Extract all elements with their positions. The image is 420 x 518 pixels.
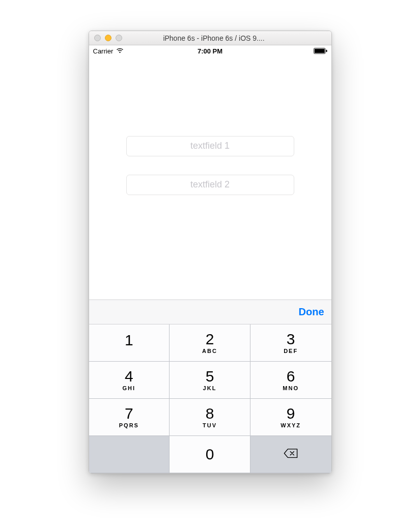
keypad-empty <box>89 436 170 473</box>
keypad-letters: GHI <box>123 385 136 391</box>
window-titlebar: iPhone 6s - iPhone 6s / iOS 9.... <box>89 31 331 45</box>
simulator-window: iPhone 6s - iPhone 6s / iOS 9.... Carrie… <box>89 31 332 474</box>
close-window-button[interactable] <box>94 35 101 41</box>
textfield-2[interactable] <box>126 175 294 195</box>
keypad-letters: DEF <box>284 348 298 354</box>
keypad-digit: 9 <box>287 406 295 421</box>
keypad-key-2[interactable]: 2 ABC <box>170 324 250 362</box>
clock-label: 7:00 PM <box>89 47 331 55</box>
ios-screen: Carrier 7:00 PM <box>89 45 331 473</box>
keypad-key-8[interactable]: 8 TUV <box>170 399 250 436</box>
keypad-digit: 1 <box>125 333 133 348</box>
keypad-digit: 6 <box>287 369 295 384</box>
keypad-key-3[interactable]: 3 DEF <box>250 324 331 362</box>
backspace-icon <box>284 448 298 460</box>
keypad-digit: 5 <box>206 369 214 384</box>
keypad-letters: TUV <box>203 422 217 428</box>
keypad-key-9[interactable]: 9 WXYZ <box>250 399 331 436</box>
textfield-1[interactable] <box>126 136 294 156</box>
keypad-letters: JKL <box>203 385 217 391</box>
done-button[interactable]: Done <box>299 306 324 318</box>
status-bar: Carrier 7:00 PM <box>89 45 331 57</box>
keypad-letters: WXYZ <box>281 422 301 428</box>
keypad-letters: MNO <box>283 385 299 391</box>
keypad-digit: 7 <box>125 406 133 421</box>
keypad-digit: 3 <box>287 332 295 347</box>
keyboard-accessory-bar: Done <box>89 299 331 324</box>
keypad-backspace[interactable] <box>250 436 331 473</box>
keypad-digit: 2 <box>206 332 214 347</box>
window-title: iPhone 6s - iPhone 6s / iOS 9.... <box>102 34 326 42</box>
keypad-letters: ABC <box>202 348 217 354</box>
keypad-key-0[interactable]: 0 <box>170 436 250 473</box>
keypad-key-6[interactable]: 6 MNO <box>250 362 331 399</box>
keypad-letters: PQRS <box>119 422 139 428</box>
keypad-digit: 8 <box>206 406 214 421</box>
keypad-key-4[interactable]: 4 GHI <box>89 362 170 399</box>
keypad-key-1[interactable]: 1 <box>89 324 170 362</box>
keypad-digit: 4 <box>125 369 133 384</box>
keypad-digit: 0 <box>206 447 214 462</box>
number-pad: 1 2 ABC 3 DEF 4 GHI 5 JKL <box>89 324 331 473</box>
content-area <box>89 57 331 299</box>
keypad-key-7[interactable]: 7 PQRS <box>89 399 170 436</box>
keypad-key-5[interactable]: 5 JKL <box>170 362 250 399</box>
